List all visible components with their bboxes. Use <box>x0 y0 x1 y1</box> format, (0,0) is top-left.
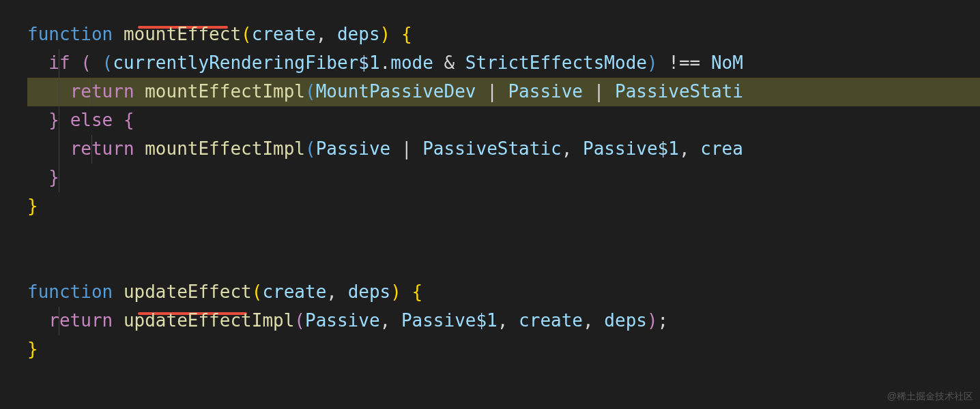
arg: Passive$1 <box>583 138 679 159</box>
keyword-return: return <box>70 81 134 102</box>
paren-close: ) <box>380 24 391 44</box>
brace-close: } <box>48 167 59 187</box>
arg: deps <box>604 310 647 331</box>
param-create: create <box>252 24 316 44</box>
code-line-4[interactable]: } else { <box>27 106 980 135</box>
brace-close: } <box>48 110 59 130</box>
comma: , <box>380 310 391 331</box>
operator-neq: !== <box>668 52 700 73</box>
code-line-8[interactable]: function updateEffect(create, deps) { <box>27 278 980 307</box>
paren-open: ( <box>81 52 91 73</box>
function-call: mountEffectImpl <box>145 81 305 102</box>
brace-open: { <box>412 282 423 302</box>
arg: MountPassiveDev <box>316 81 476 102</box>
variable: StrictEffectsMode <box>465 52 647 73</box>
code-line-3-highlighted[interactable]: return mountEffectImpl(MountPassiveDev |… <box>27 78 980 106</box>
arg: Passive <box>316 138 391 159</box>
brace-close: } <box>27 339 38 359</box>
arg: PassiveStati <box>615 81 743 102</box>
keyword-else: else <box>70 110 113 130</box>
paren-open: ( <box>305 138 316 159</box>
comma: , <box>326 282 337 302</box>
watermark: @稀土掘金技术社区 <box>887 389 973 404</box>
paren-open: ( <box>102 52 113 73</box>
paren-open: ( <box>241 24 252 44</box>
arg: Passive <box>305 310 380 331</box>
arg: PassiveStatic <box>422 138 562 159</box>
keyword-function: function <box>27 282 113 302</box>
code-line-6[interactable]: } <box>27 164 980 192</box>
code-line-10[interactable]: } <box>27 335 980 364</box>
keyword-function: function <box>27 24 113 44</box>
comma: , <box>316 24 327 44</box>
paren-open: ( <box>294 310 305 331</box>
function-call: mountEffectImpl <box>145 138 305 159</box>
comma: , <box>498 310 508 331</box>
code-line-5[interactable]: return mountEffectImpl(Passive | Passive… <box>27 135 980 164</box>
variable: NoM <box>711 52 743 73</box>
indent-guide <box>59 135 59 164</box>
paren-close: ) <box>390 282 401 302</box>
brace-close: } <box>27 196 38 216</box>
operator-and: & <box>444 52 455 73</box>
arg: Passive <box>508 81 583 102</box>
brace-open: { <box>401 24 412 44</box>
arg: create <box>519 310 583 331</box>
indent-guide <box>59 49 59 78</box>
operator-pipe: | <box>594 81 605 102</box>
comma: , <box>562 138 573 159</box>
param-deps: deps <box>337 24 380 44</box>
code-line-7[interactable]: } <box>27 192 980 221</box>
function-name: updateEffect <box>124 282 252 302</box>
brace-open: { <box>124 110 134 130</box>
arg: Passive$1 <box>401 310 498 331</box>
indent-guide <box>59 78 59 106</box>
function-name: mountEffect <box>124 24 241 44</box>
semicolon: ; <box>658 310 669 331</box>
param-create: create <box>262 282 326 302</box>
indent-guide <box>59 106 59 135</box>
indent-guide <box>59 307 59 335</box>
variable: currentlyRenderingFiber$1 <box>113 52 379 73</box>
code-line-1[interactable]: function mountEffect(create, deps) { <box>27 20 980 49</box>
keyword-return: return <box>70 138 134 159</box>
paren-open: ( <box>305 81 316 102</box>
indent-guide <box>91 78 92 106</box>
paren-close: ) <box>647 310 658 331</box>
comma: , <box>583 310 594 331</box>
operator-pipe: | <box>487 81 498 102</box>
paren-open: ( <box>252 282 263 302</box>
indent-guide <box>91 135 92 164</box>
indent-guide <box>59 164 59 192</box>
arg: crea <box>700 138 743 159</box>
property: mode <box>390 52 433 73</box>
dot: . <box>380 52 391 73</box>
code-line-9[interactable]: return updateEffectImpl(Passive, Passive… <box>27 307 980 335</box>
param-deps: deps <box>348 282 391 302</box>
comma: , <box>679 138 690 159</box>
paren-close: ) <box>647 52 658 73</box>
code-line-empty-2[interactable] <box>27 249 980 278</box>
function-call: updateEffectImpl <box>124 310 294 331</box>
operator-pipe: | <box>401 138 412 159</box>
code-line-2[interactable]: if ( (currentlyRenderingFiber$1.mode & S… <box>27 49 980 78</box>
code-line-empty-1[interactable] <box>27 221 980 249</box>
